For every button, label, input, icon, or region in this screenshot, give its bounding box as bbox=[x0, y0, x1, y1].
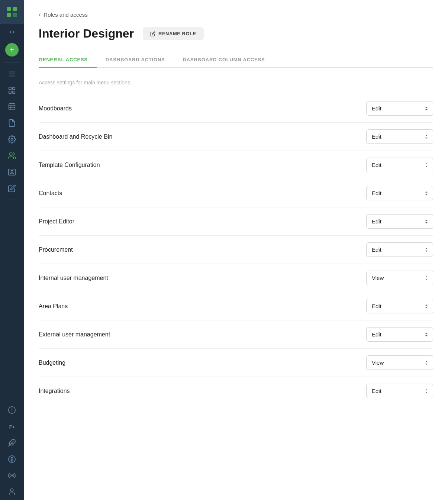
menu-icon[interactable] bbox=[0, 66, 24, 82]
access-select-contacts[interactable]: EditViewNone bbox=[366, 186, 433, 200]
svg-rect-8 bbox=[13, 87, 15, 90]
access-select-dashboard-and-recycle-bin[interactable]: EditViewNone bbox=[366, 129, 433, 144]
settings-icon[interactable] bbox=[0, 131, 24, 148]
account-icon[interactable] bbox=[0, 484, 24, 500]
svg-rect-11 bbox=[9, 104, 15, 110]
sidebar-expand-button[interactable]: >> bbox=[0, 24, 24, 40]
tab-dashboard-actions[interactable]: DASHBOARD ACTIONS bbox=[97, 52, 174, 68]
puzzle-icon[interactable] bbox=[0, 435, 24, 451]
section-label: Access settings for main menu sections bbox=[39, 80, 433, 86]
page-title: Interior Designer bbox=[39, 27, 134, 41]
table-row: Dashboard and Recycle BinEditViewNone bbox=[39, 123, 433, 151]
access-row-label: Area Plans bbox=[39, 303, 68, 310]
dollar-icon[interactable] bbox=[0, 451, 24, 467]
tab-general-access[interactable]: GENERAL ACCESS bbox=[39, 52, 97, 68]
access-select-integrations[interactable]: EditViewNone bbox=[366, 384, 433, 398]
rename-role-button[interactable]: RENAME ROLE bbox=[143, 27, 204, 40]
back-arrow-icon: ‹ bbox=[39, 11, 41, 18]
svg-point-25 bbox=[10, 489, 13, 491]
rename-button-label: RENAME ROLE bbox=[158, 31, 196, 36]
table-row: Area PlansEditViewNone bbox=[39, 292, 433, 320]
sidebar-divider-top bbox=[4, 62, 19, 63]
table-row: External user managementEditViewNone bbox=[39, 320, 433, 349]
info-icon[interactable] bbox=[0, 402, 24, 418]
app-logo[interactable] bbox=[0, 0, 24, 24]
access-select-moodboards[interactable]: EditViewNone bbox=[366, 101, 433, 116]
access-rows-container: MoodboardsEditViewNoneDashboard and Recy… bbox=[39, 94, 433, 405]
broadcast-icon[interactable] bbox=[0, 467, 24, 484]
access-select-budgeting[interactable]: EditViewNone bbox=[366, 355, 433, 370]
access-select-template-configuration[interactable]: EditViewNone bbox=[366, 158, 433, 172]
table-row: IntegrationsEditViewNone bbox=[39, 377, 433, 405]
access-row-label: Procurement bbox=[39, 246, 73, 253]
svg-rect-7 bbox=[9, 87, 11, 90]
tab-dashboard-column-access[interactable]: DASHBOARD COLUMN ACCESS bbox=[174, 52, 274, 68]
svg-rect-0 bbox=[7, 7, 11, 11]
users-icon[interactable] bbox=[0, 148, 24, 164]
add-button[interactable]: + bbox=[5, 43, 19, 57]
svg-point-15 bbox=[11, 138, 13, 141]
chart-icon[interactable] bbox=[0, 82, 24, 99]
sidebar-divider-mid bbox=[4, 200, 19, 200]
svg-text:F+: F+ bbox=[9, 424, 15, 430]
svg-rect-3 bbox=[13, 13, 17, 17]
access-row-label: Moodboards bbox=[39, 105, 72, 112]
access-row-label: Budgeting bbox=[39, 359, 65, 366]
table-row: Project EditorEditViewNone bbox=[39, 207, 433, 236]
access-select-project-editor[interactable]: EditViewNone bbox=[366, 214, 433, 229]
access-row-label: Integrations bbox=[39, 388, 70, 394]
access-row-label: Dashboard and Recycle Bin bbox=[39, 133, 112, 140]
access-row-label: Contacts bbox=[39, 190, 62, 197]
rename-icon bbox=[150, 31, 155, 36]
sidebar: >> + F+ bbox=[0, 0, 24, 500]
svg-rect-17 bbox=[9, 169, 15, 175]
access-select-area-plans[interactable]: EditViewNone bbox=[366, 299, 433, 313]
svg-rect-1 bbox=[13, 7, 17, 11]
table-row: BudgetingEditViewNone bbox=[39, 349, 433, 377]
main-content: ‹ Roles and access Interior Designer REN… bbox=[24, 0, 448, 500]
access-row-label: Internal user management bbox=[39, 275, 108, 281]
access-select-external-user-management[interactable]: EditViewNone bbox=[366, 327, 433, 342]
table-row: MoodboardsEditViewNone bbox=[39, 94, 433, 123]
svg-rect-2 bbox=[7, 13, 11, 17]
table-row: Internal user managementEditViewNone bbox=[39, 264, 433, 292]
table-row: ProcurementEditViewNone bbox=[39, 236, 433, 264]
access-row-label: External user management bbox=[39, 331, 110, 338]
svg-point-16 bbox=[10, 153, 12, 155]
svg-point-24 bbox=[11, 475, 13, 476]
table-row: Template ConfigurationEditViewNone bbox=[39, 151, 433, 179]
svg-rect-10 bbox=[13, 91, 15, 93]
access-row-label: Project Editor bbox=[39, 218, 74, 225]
svg-rect-9 bbox=[9, 91, 11, 93]
table-row: ContactsEditViewNone bbox=[39, 179, 433, 207]
contact-icon[interactable] bbox=[0, 164, 24, 180]
access-select-procurement[interactable]: EditViewNone bbox=[366, 242, 433, 257]
breadcrumb[interactable]: ‹ Roles and access bbox=[39, 11, 433, 18]
tabs-container: GENERAL ACCESS DASHBOARD ACTIONS DASHBOA… bbox=[39, 52, 433, 68]
breadcrumb-label: Roles and access bbox=[43, 12, 87, 18]
access-select-internal-user-management[interactable]: EditViewNone bbox=[366, 271, 433, 285]
edit-icon[interactable] bbox=[0, 180, 24, 197]
svg-point-18 bbox=[11, 170, 13, 172]
page-header: Interior Designer RENAME ROLE bbox=[39, 27, 433, 41]
font-icon[interactable]: F+ bbox=[0, 418, 24, 435]
access-row-label: Template Configuration bbox=[39, 162, 100, 168]
document-icon[interactable] bbox=[0, 115, 24, 131]
table-icon[interactable] bbox=[0, 99, 24, 115]
